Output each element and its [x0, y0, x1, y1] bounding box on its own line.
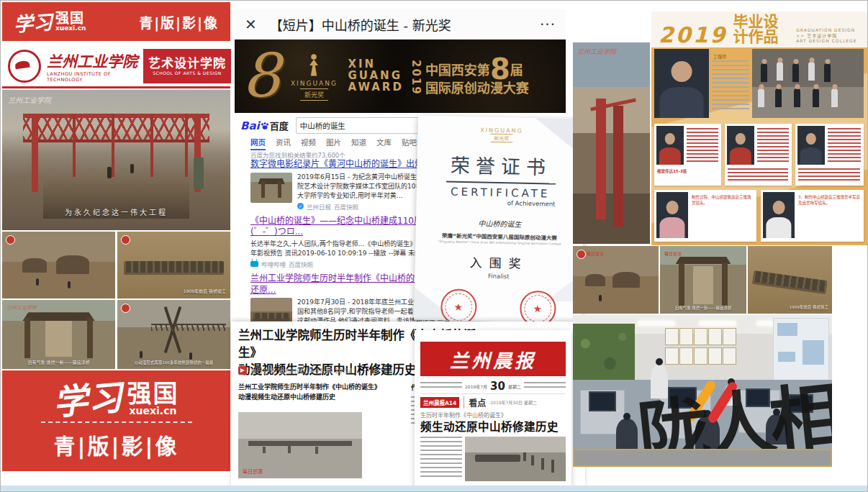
- photo-watermark: 每日甘肃: [243, 468, 263, 475]
- bridge-truss-art: [23, 114, 210, 142]
- tab-video[interactable]: 视频: [301, 137, 316, 150]
- honor-certificate: XINGUANG 新光奖 荣誉证书 CERTIFICATE of Achieve…: [414, 116, 586, 324]
- still-watermark: 兰州工业学院: [6, 304, 37, 311]
- source-name[interactable]: 哔哩哔哩: [261, 260, 286, 268]
- cache-link[interactable]: 百度快照: [334, 202, 358, 211]
- station-badge-label: 每日甘肃: [664, 250, 682, 257]
- gate-pillar-art: [679, 263, 684, 305]
- figure-art: [599, 295, 602, 301]
- tab-webpage[interactable]: 网页: [250, 137, 266, 150]
- xuexi-logo-domain: xuexi.cn: [55, 25, 86, 32]
- award-name: 入围奖: [470, 252, 529, 272]
- red-seal-icon: ★: [440, 288, 476, 323]
- window-bottom-strip: [1, 486, 867, 491]
- still-bridge-interior: 兰州工业学院 为永久纪念这一伟大工程: [2, 90, 230, 230]
- certificate-work-name: 中山桥的诞生: [478, 217, 521, 229]
- still-caption: 旧有气象 焕然一新——镇远浮桥: [660, 305, 746, 311]
- still-pontoon-aerial: 1909年前后 铁桥施工: [748, 246, 832, 314]
- article-illustration: [465, 437, 566, 481]
- hut-art: [612, 272, 640, 288]
- xuexi-footer-banner: 学习 强国 xuexi.cn 青|版|影|像: [2, 370, 230, 471]
- morning-post-clipping: 兰州晨报 2019年7月 30 星期二 兰州晨报A14 看点 2019年7月30…: [415, 330, 571, 487]
- station-badge-icon: [6, 235, 15, 245]
- text-placeholder: [687, 128, 718, 163]
- poster-title: 毕业设计作品: [733, 14, 791, 45]
- article-photo: 每日甘肃: [238, 412, 362, 478]
- result-thumbnail[interactable]: [250, 173, 292, 203]
- group-photo: [752, 49, 864, 118]
- certificate-subtitle: CERTIFICATE: [451, 186, 550, 201]
- pontoon-art: [752, 270, 827, 292]
- section-title: 看点: [464, 396, 486, 409]
- gansu-logo-icon: [238, 366, 247, 375]
- xuexi-logo-script: 学习: [13, 6, 54, 37]
- xuexi-logo-domain: xuexi.cn: [130, 406, 177, 416]
- pedestrian-art: [194, 158, 204, 189]
- still-riverbank: 每日甘肃: [573, 246, 659, 314]
- screenshot-canvas: 学习 强国 xuexi.cn 青|版|影|像 兰州工业学院 LANZHOU IN…: [0, 0, 868, 492]
- qingban-tagline: 青|版|影|像: [54, 429, 179, 460]
- award-cn-title: 中国西安第8届 国际原创动漫大赛: [425, 58, 529, 97]
- figure-art: [531, 455, 534, 465]
- result-count: 百度为您找到相关结果约73,600个: [250, 150, 345, 159]
- gate-opening-art: [45, 321, 73, 357]
- text-placeholder: [828, 128, 861, 163]
- figure-art: [551, 460, 554, 473]
- xuexi-logo: 学习 强国 xuexi.cn: [14, 8, 86, 36]
- poster-note: 3、制作中山桥建造三维场景半写意及远景特写镜头。: [798, 194, 860, 206]
- still-gate: 兰州工业学院 旧有气象 焕然一新——镇远浮桥: [2, 300, 115, 369]
- poster-role-label: 工程师: [713, 53, 726, 60]
- figure-art: [189, 352, 192, 360]
- text-placeholder: [712, 60, 749, 111]
- tab-wenku[interactable]: 文库: [376, 137, 392, 150]
- news-source[interactable]: 每日甘肃: [250, 366, 275, 375]
- certificate-wall: [665, 328, 735, 365]
- result-thumbnail[interactable]: [250, 298, 292, 323]
- person-art: [616, 419, 638, 449]
- trophy-icon: [303, 53, 325, 78]
- bridge-column-art: [32, 114, 38, 192]
- still-pontoon: 1909年前后 铁桥竣工: [117, 232, 230, 299]
- cache-link[interactable]: 百度快照: [289, 260, 313, 268]
- tab-tieba[interactable]: 贴吧: [402, 137, 417, 150]
- poster-header: 2019 毕业设计作品 GRADUATION DESIGN >> 艺术设计学院 …: [651, 12, 868, 47]
- mobile-titlebar: ✕ 【短片】中山桥的诞生 - 新光奖 ···: [235, 9, 566, 40]
- school-seal-icon: [8, 50, 41, 83]
- close-icon[interactable]: ✕: [245, 16, 257, 33]
- red-seal-icon: ★: [519, 291, 556, 324]
- paper-week: 星期二: [508, 383, 521, 390]
- light-art: [638, 321, 675, 326]
- xinguang-logo-cn: 新光奖: [300, 88, 328, 101]
- raft-art: [475, 455, 520, 462]
- text-placeholder: [524, 382, 566, 391]
- dept-name-cn: 艺术设计学院: [148, 56, 226, 70]
- still-watermark: 兰州工业学院: [8, 94, 51, 105]
- xuexi-logo-bold: 强国: [55, 12, 86, 25]
- page-meta: 2019年7月30日 星期二: [490, 399, 537, 406]
- baidu-logo-bai: Bai: [240, 119, 260, 132]
- student-portrait: [654, 49, 709, 118]
- dept-name-en: SCHOOL OF ARTS & DESIGN: [153, 70, 222, 76]
- verified-icon: ✓: [297, 203, 304, 209]
- article-headline: 频生动还原中山桥修建历史: [420, 418, 559, 434]
- student-card: 制作过程、中山桥建筑远近三维场景镜头。: [654, 190, 756, 242]
- search-query: 中山桥的诞生: [300, 120, 345, 131]
- still-caption: 旧有气象 焕然一新——镇远浮桥: [2, 359, 115, 365]
- tab-zhidao[interactable]: 知道: [351, 137, 366, 150]
- source-name[interactable]: 兰州日报: [307, 202, 331, 211]
- award-en-line: AWARD: [348, 82, 403, 94]
- still-caption: 为永久纪念这一伟大工程: [2, 206, 230, 217]
- tab-image[interactable]: 图片: [326, 137, 341, 150]
- award-name-en: Finalist: [488, 273, 510, 281]
- baidu-paw-icon: [260, 121, 270, 131]
- pedestrian-art: [107, 167, 112, 178]
- xuexi-top-banner: 学习 强国 xuexi.cn 青|版|影|像: [2, 2, 230, 41]
- render-watermark: 兰州工业学院: [577, 47, 616, 56]
- more-menu-icon[interactable]: ···: [540, 16, 556, 33]
- text-placeholder: [757, 128, 789, 163]
- certificate-title: 荣誉证书: [446, 150, 556, 184]
- tab-news[interactable]: 资讯: [276, 137, 291, 150]
- xuexi-logo-bold: 强国: [127, 381, 179, 406]
- text-placeholder: [420, 382, 462, 391]
- gate-pillar-art: [87, 318, 93, 358]
